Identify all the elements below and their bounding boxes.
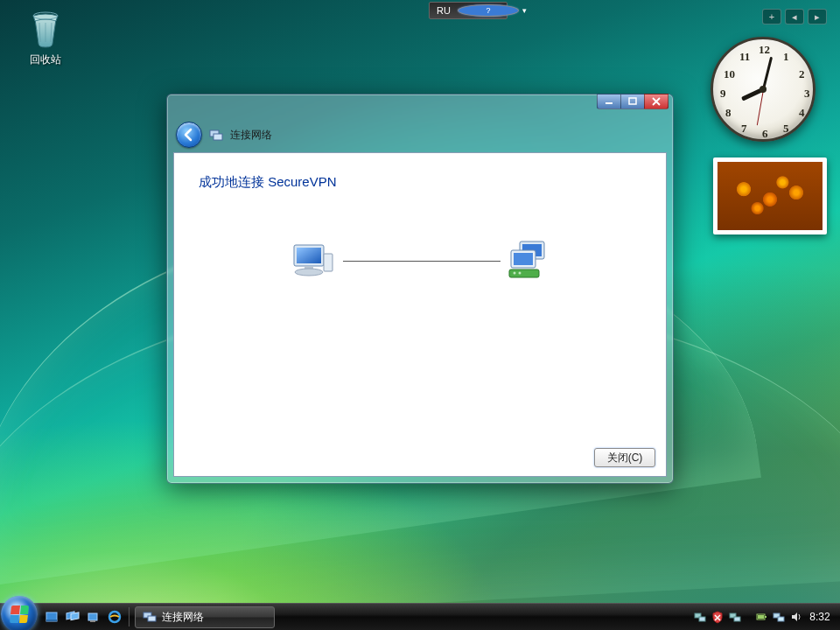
- window-title: 连接网络: [230, 128, 272, 143]
- svg-rect-28: [699, 617, 705, 621]
- svg-rect-22: [88, 613, 97, 620]
- svg-point-16: [514, 272, 516, 275]
- dialog-body: [174, 200, 666, 439]
- arrow-left-icon: [182, 128, 196, 142]
- svg-point-17: [519, 272, 522, 275]
- slideshow-gadget[interactable]: [713, 158, 827, 234]
- connect-network-window: 连接网络 成功地连接 SecureVPN: [166, 94, 674, 484]
- maximize-button[interactable]: [620, 94, 645, 109]
- tray-security-icon[interactable]: [710, 610, 724, 624]
- tray-volume-icon[interactable]: [789, 610, 803, 624]
- clock-center-pin: [760, 86, 766, 93]
- clock-num-9: 9: [720, 87, 726, 101]
- tray-network2-icon[interactable]: [728, 610, 742, 624]
- network-icon: [209, 128, 223, 142]
- desktop[interactable]: 回收站 RU ? ▾ + ◂ ▸ 12 1 2 3 4 5 6 7 8 9 10…: [0, 0, 840, 630]
- start-button[interactable]: [1, 596, 38, 630]
- taskbar: 连接网络 8:32: [0, 603, 840, 630]
- clock-gadget[interactable]: 12 1 2 3 4 5 6 7 8 9 10 11: [710, 37, 816, 142]
- local-computer-icon: [287, 240, 336, 282]
- windows-logo-icon: [10, 606, 29, 623]
- svg-rect-35: [778, 617, 784, 621]
- recycle-bin-label: 回收站: [12, 52, 79, 67]
- svg-rect-1: [606, 102, 612, 104]
- quick-launch: [42, 606, 132, 627]
- svg-rect-21: [71, 612, 79, 620]
- close-dialog-button[interactable]: 关闭(C): [594, 448, 655, 467]
- taskbar-task-label: 连接网络: [162, 610, 204, 625]
- minimize-button[interactable]: [597, 94, 621, 109]
- clock-num-12: 12: [759, 43, 770, 57]
- langbar-lang-label[interactable]: RU: [437, 5, 451, 16]
- clock-num-8: 8: [725, 106, 732, 120]
- ie-button[interactable]: [105, 606, 124, 627]
- explorer-button[interactable]: [84, 606, 103, 627]
- taskbar-clock[interactable]: 8:32: [807, 611, 833, 623]
- clock-num-4: 4: [799, 106, 805, 120]
- svg-rect-7: [297, 248, 321, 263]
- svg-rect-19: [46, 620, 57, 621]
- clock-num-10: 10: [724, 67, 735, 81]
- close-button[interactable]: [644, 94, 668, 109]
- clock-num-11: 11: [739, 50, 750, 64]
- tray-separator: [746, 610, 751, 624]
- svg-rect-23: [90, 620, 95, 622]
- langbar-options-icon[interactable]: ▾: [522, 6, 527, 15]
- network-icon: [143, 610, 157, 624]
- back-button[interactable]: [176, 122, 202, 148]
- svg-rect-33: [758, 615, 764, 619]
- gadget-add-button[interactable]: +: [762, 9, 781, 24]
- nav-strip: 连接网络: [172, 119, 668, 150]
- clock-num-1: 1: [783, 50, 789, 64]
- dialog-heading: 成功地连接 SecureVPN: [174, 153, 666, 200]
- gadget-next-button[interactable]: ▸: [808, 9, 827, 24]
- svg-rect-2: [629, 98, 636, 104]
- svg-rect-30: [734, 617, 740, 621]
- slideshow-image: [718, 162, 822, 230]
- switch-windows-button[interactable]: [63, 606, 82, 627]
- show-desktop-button[interactable]: [42, 606, 61, 627]
- tray-network1-icon[interactable]: [693, 610, 707, 624]
- svg-rect-14: [514, 253, 533, 265]
- clock-num-5: 5: [783, 122, 789, 136]
- tray-network3-icon[interactable]: [772, 610, 786, 624]
- dialog-button-row: 关闭(C): [174, 439, 666, 476]
- connection-line: [343, 261, 500, 262]
- svg-rect-4: [214, 134, 222, 140]
- svg-rect-32: [765, 616, 766, 618]
- svg-rect-26: [148, 616, 156, 621]
- help-icon[interactable]: ?: [458, 4, 519, 17]
- connection-graphic: [174, 240, 666, 282]
- titlebar[interactable]: [167, 94, 673, 119]
- clock-num-2: 2: [799, 67, 805, 81]
- tray-battery-icon[interactable]: [754, 610, 768, 624]
- taskbar-task-connect-network[interactable]: 连接网络: [135, 606, 275, 628]
- svg-rect-10: [324, 254, 332, 271]
- gadget-prev-button[interactable]: ◂: [785, 9, 804, 24]
- recycle-bin-icon[interactable]: 回收站: [12, 7, 79, 67]
- clock-num-3: 3: [804, 87, 810, 101]
- quick-launch-separator: [129, 607, 130, 626]
- remote-network-icon: [508, 240, 553, 282]
- sidebar-gadget-controls: + ◂ ▸: [762, 9, 827, 24]
- language-bar[interactable]: RU ? ▾: [429, 2, 508, 19]
- svg-point-9: [295, 269, 323, 276]
- clock-num-7: 7: [741, 122, 747, 136]
- clock-num-6: 6: [762, 127, 768, 141]
- system-tray: 8:32: [693, 610, 840, 624]
- window-client-area: 成功地连接 SecureVPN: [173, 152, 667, 477]
